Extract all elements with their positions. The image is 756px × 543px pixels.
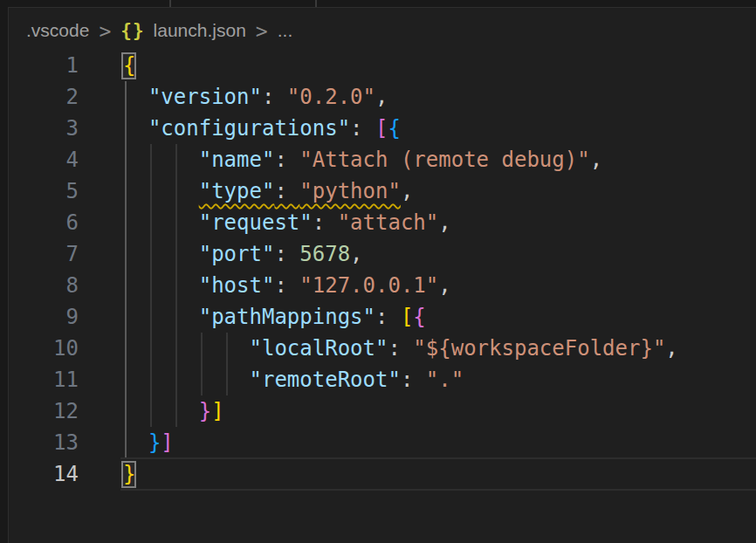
code-line-text: "version": "0.2.0", bbox=[79, 81, 388, 113]
token-punct: : bbox=[388, 336, 413, 361]
code-line-10[interactable]: 10 "localRoot": "${workspaceFolder}", bbox=[9, 333, 756, 364]
code-line-12[interactable]: 12 }] bbox=[9, 395, 756, 427]
code-line-text: "remoteRoot": "." bbox=[79, 364, 464, 395]
line-number-11[interactable]: 11 bbox=[9, 364, 79, 395]
token-ws bbox=[123, 116, 148, 141]
code-line-text: "request": "attach", bbox=[79, 207, 451, 238]
token-punct-warning: : bbox=[274, 179, 299, 203]
code-line-text: "pathMappings": [{ bbox=[79, 301, 426, 333]
token-key: "name" bbox=[199, 148, 275, 172]
json-file-icon: {} bbox=[120, 20, 144, 41]
token-punct: , bbox=[665, 336, 677, 361]
chevron-right-icon: > bbox=[98, 19, 112, 41]
code-line-text: { bbox=[79, 50, 135, 81]
breadcrumb-item-folder[interactable]: .vscode bbox=[26, 20, 89, 41]
code-line-8[interactable]: 8 "host": "127.0.0.1", bbox=[9, 270, 756, 301]
token-key: "port" bbox=[199, 242, 275, 266]
token-str: "${workspaceFolder}" bbox=[413, 336, 665, 361]
token-str: "127.0.0.1" bbox=[299, 273, 438, 298]
token-punct: , bbox=[375, 85, 388, 109]
token-str-warning: "python" bbox=[299, 179, 401, 203]
token-key: "version" bbox=[148, 85, 262, 109]
token-ws bbox=[123, 430, 148, 455]
token-key: "request" bbox=[199, 210, 313, 235]
token-punct: , bbox=[401, 179, 413, 203]
token-key-warning: "type" bbox=[199, 179, 275, 203]
line-number-14[interactable]: 14 bbox=[9, 458, 79, 490]
token-key: "localRoot" bbox=[250, 336, 388, 361]
token-key: "remoteRoot" bbox=[250, 368, 401, 392]
line-number-5[interactable]: 5 bbox=[9, 175, 79, 207]
code-line-text: "host": "127.0.0.1", bbox=[79, 270, 451, 301]
editor-pane: .vscode > {} launch.json > ... 1{2 "vers… bbox=[0, 0, 756, 543]
code-line-1[interactable]: 1{ bbox=[9, 50, 756, 81]
code-line-2[interactable]: 2 "version": "0.2.0", bbox=[9, 81, 756, 113]
line-number-1[interactable]: 1 bbox=[9, 50, 79, 81]
code-line-5[interactable]: 5 "type": "python", bbox=[9, 175, 756, 207]
token-punct: : bbox=[274, 148, 299, 172]
line-number-7[interactable]: 7 bbox=[9, 238, 79, 270]
token-b2: ] bbox=[161, 430, 173, 455]
token-punct: : bbox=[262, 85, 287, 109]
tab-separator bbox=[315, 0, 317, 7]
line-number-9[interactable]: 9 bbox=[9, 301, 79, 333]
code-line-9[interactable]: 9 "pathMappings": [{ bbox=[9, 301, 756, 333]
token-ws bbox=[123, 242, 199, 266]
breadcrumb: .vscode > {} launch.json > ... bbox=[26, 17, 292, 44]
line-number-6[interactable]: 6 bbox=[9, 207, 79, 238]
token-ws bbox=[123, 273, 199, 298]
token-b2: } bbox=[199, 399, 211, 423]
code-line-7[interactable]: 7 "port": 5678, bbox=[9, 238, 756, 270]
token-punct: , bbox=[438, 210, 450, 235]
matched-bracket: { bbox=[123, 53, 135, 78]
token-b1: ] bbox=[211, 399, 223, 423]
token-punct: : bbox=[350, 116, 375, 141]
token-ws bbox=[123, 148, 199, 172]
token-str: "Attach (remote debug)" bbox=[299, 148, 589, 172]
code-line-3[interactable]: 3 "configurations": [{ bbox=[9, 113, 756, 144]
token-str: "." bbox=[426, 368, 464, 392]
code-line-11[interactable]: 11 "remoteRoot": "." bbox=[9, 364, 756, 395]
token-ws bbox=[123, 336, 250, 361]
chevron-right-icon: > bbox=[255, 19, 269, 41]
token-b1: [ bbox=[401, 305, 413, 329]
token-ws bbox=[123, 368, 250, 392]
code-line-14[interactable]: 14} bbox=[9, 458, 756, 490]
editor-code-area[interactable]: 1{2 "version": "0.2.0",3 "configurations… bbox=[9, 50, 756, 490]
token-punct: : bbox=[313, 210, 338, 235]
token-ws bbox=[123, 85, 148, 109]
token-num: 5678 bbox=[299, 242, 350, 266]
token-key: "host" bbox=[199, 273, 275, 298]
token-b3: } bbox=[148, 430, 161, 455]
token-ws bbox=[123, 399, 199, 423]
line-number-3[interactable]: 3 bbox=[9, 113, 79, 144]
token-str: "0.2.0" bbox=[287, 85, 375, 109]
code-line-text: "type": "python", bbox=[79, 175, 413, 207]
code-line-text: } bbox=[79, 458, 135, 490]
line-number-12[interactable]: 12 bbox=[9, 395, 79, 427]
token-punct: , bbox=[590, 148, 602, 172]
line-number-4[interactable]: 4 bbox=[9, 144, 79, 175]
code-line-text: "port": 5678, bbox=[79, 238, 363, 270]
line-number-10[interactable]: 10 bbox=[9, 333, 79, 364]
token-punct: : bbox=[401, 368, 426, 392]
token-punct: : bbox=[274, 273, 299, 298]
tab-separator bbox=[169, 0, 171, 7]
breadcrumb-item-symbols[interactable]: ... bbox=[278, 20, 293, 41]
token-punct: : bbox=[274, 242, 299, 266]
token-punct: , bbox=[350, 242, 362, 266]
token-b2: { bbox=[413, 305, 425, 329]
code-line-6[interactable]: 6 "request": "attach", bbox=[9, 207, 756, 238]
warning-squiggle: "type": "python" bbox=[199, 179, 401, 203]
code-line-text: }] bbox=[79, 427, 174, 458]
line-number-8[interactable]: 8 bbox=[9, 270, 79, 301]
token-str: "attach" bbox=[338, 210, 439, 235]
code-line-4[interactable]: 4 "name": "Attach (remote debug)", bbox=[9, 144, 756, 175]
token-key: "configurations" bbox=[148, 116, 350, 141]
code-line-text: "name": "Attach (remote debug)", bbox=[79, 144, 602, 175]
code-line-13[interactable]: 13 }] bbox=[9, 427, 756, 458]
code-line-text: }] bbox=[79, 395, 224, 427]
breadcrumb-item-file[interactable]: launch.json bbox=[154, 20, 246, 41]
line-number-2[interactable]: 2 bbox=[9, 81, 79, 113]
line-number-13[interactable]: 13 bbox=[9, 427, 79, 458]
